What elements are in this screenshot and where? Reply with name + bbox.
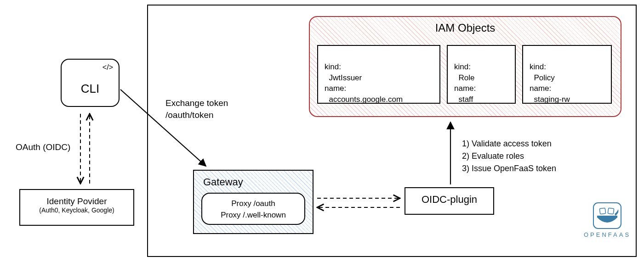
idp-title: Identity Povider (20, 196, 133, 206)
svg-rect-1 (599, 208, 606, 214)
step-2: 2) Evaluate roles (462, 150, 556, 162)
exchange-token-label: Exchange token /oauth/token (165, 97, 228, 121)
iam-title: IAM Objects (310, 22, 621, 34)
exchange-line2: /oauth/token (165, 109, 228, 121)
oidc-plugin-box: OIDC-plugin (405, 187, 494, 215)
proxy-line2: Proxy /.well-known (202, 210, 304, 221)
code-icon: </> (103, 63, 113, 72)
step-1: 1) Validate access token (462, 138, 556, 150)
whale-icon (593, 202, 622, 229)
step-3: 3) Issue OpenFaaS token (462, 162, 556, 175)
identity-provider-box: Identity Povider (Auth0, Keycloak, Googl… (19, 189, 134, 226)
steps-list: 1) Validate access token 2) Evaluate rol… (462, 138, 556, 175)
openfaas-logo-text: OPENFAAS (584, 231, 631, 238)
iam-object-policy: kind: Policy name: staging-rw (522, 45, 612, 104)
gateway-proxy-box: Proxy /oauth Proxy /.well-known (201, 193, 305, 225)
oidc-plugin-label: OIDC-plugin (422, 194, 477, 205)
idp-subtitle: (Auth0, Keycloak, Google) (20, 206, 133, 214)
cli-label: CLI (62, 82, 119, 96)
svg-rect-2 (608, 208, 614, 214)
cli-box: </> CLI (61, 59, 120, 107)
proxy-line1: Proxy /oauth (202, 198, 304, 210)
oauth-label: OAuth (OIDC) (16, 142, 70, 152)
gateway-title: Gateway (203, 176, 243, 188)
openfaas-logo: OPENFAAS (584, 202, 631, 238)
exchange-line1: Exchange token (165, 97, 228, 109)
iam-object-role: kind: Role name: staff (447, 45, 516, 104)
iam-object-jwtissuer: kind: JwtIssuer name: accounts.google.co… (317, 45, 440, 104)
